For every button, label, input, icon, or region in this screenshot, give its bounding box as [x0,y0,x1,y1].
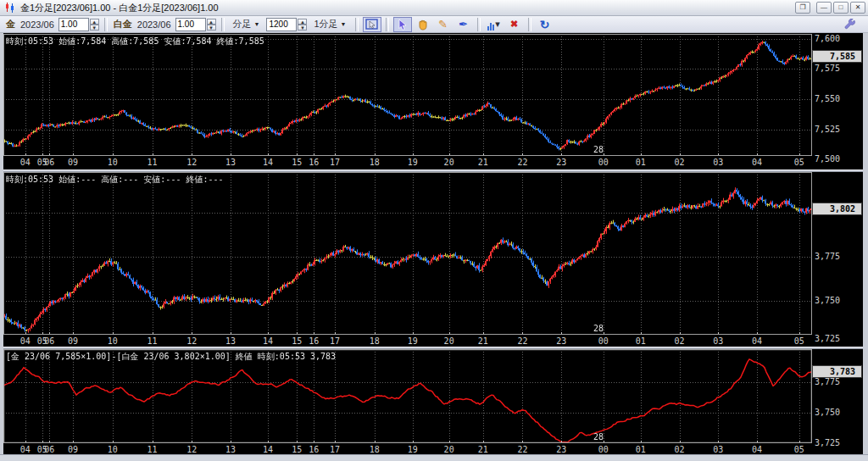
y-axis-label: 7,500 [815,154,840,164]
gold-scale-spin-buttons[interactable]: ▲▼ [90,19,99,31]
indicator-bars-button[interactable]: ▾ [485,17,504,32]
time-axis-label: 12 [181,336,202,346]
app-candlestick-icon [4,3,16,13]
horizontal-scrollbar[interactable] [0,454,868,461]
indicator-bars-icon [487,20,495,29]
time-axis-label: 00 [593,336,614,346]
time-axis-label: 11 [142,158,163,167]
time-axis-label: 20 [439,445,459,454]
toolbar-separator [355,18,359,31]
time-axis-label: 05 [789,158,810,167]
bar-type-label: 分足 [233,18,252,31]
delete-drawings-icon: ✖ [510,19,518,30]
gold-time-axis: 0405060910111213141516171819202122230001… [3,157,812,169]
y-axis-label: 3,725 [815,438,840,447]
time-axis-label: 06 [39,445,59,454]
popout-window-button[interactable]: ❐ [795,2,810,14]
time-axis-label: 10 [103,336,123,346]
chart-info-button[interactable] [363,17,381,32]
y-axis-label: 3,750 [815,296,840,305]
toolbar-separator [528,18,531,31]
bar-count-value[interactable]: 1200 [266,18,297,31]
time-axis-label: 19 [403,158,423,167]
platinum-candles-canvas[interactable] [3,172,812,335]
settings-wrench-icon [844,19,856,31]
hand-pan-button[interactable] [414,17,432,32]
spin-down-icon[interactable]: ▼ [298,25,307,31]
refresh-button[interactable]: ↻ [536,17,554,32]
minimize-button[interactable]: — [816,2,832,14]
time-axis-label: 17 [325,445,345,454]
time-axis-label: 11 [142,336,163,346]
time-axis-label: 17 [325,336,345,346]
chevron-down-icon: ▼ [254,21,260,27]
platinum-contract-month: 2023/06 [137,19,171,30]
date-label: 28 [593,145,604,154]
spin-up-icon[interactable]: ▲ [207,19,216,25]
y-axis-label: 3,725 [815,334,840,343]
chart-info-icon [365,19,378,30]
time-axis-label: 21 [473,445,493,454]
platinum-last-price-box: 3,802 [812,203,862,215]
platinum-scale-value[interactable]: 1.00 [175,18,206,31]
spin-up-icon[interactable]: ▲ [298,19,307,25]
window-left-border [0,33,3,454]
title-bar[interactable]: 金1分足[2023/06]1.00 - 白金1分足[2023/06]1.00 ❐… [0,0,868,16]
window-title: 金1分足[2023/06]1.00 - 白金1分足[2023/06]1.00 [20,2,219,14]
select-cursor-icon [397,19,408,31]
spin-up-icon[interactable]: ▲ [90,19,99,25]
chevron-down-icon: ▼ [341,21,347,27]
time-axis-label: 13 [220,336,241,346]
platinum-scale-spinner[interactable]: 1.00 ▲▼ [175,18,216,31]
close-button[interactable]: ✕ [850,2,865,14]
time-axis-label: 20 [439,336,459,346]
date-label: 28 [593,324,604,333]
bar-count-spin-buttons[interactable]: ▲▼ [298,19,307,31]
pencil-draw-button[interactable]: ✎ [434,17,453,32]
time-axis-label: 06 [39,336,59,346]
time-axis-label: 14 [258,336,278,346]
gold-candles-canvas[interactable] [3,34,812,156]
time-axis-label: 21 [473,336,493,346]
time-axis-label: 13 [220,158,241,167]
select-cursor-button[interactable] [393,17,412,32]
time-axis-label: 23 [551,158,571,167]
gold-scale-spinner[interactable]: 1.00 ▲▼ [58,18,99,31]
interval-dropdown[interactable]: 1分足 ▼ [311,17,348,31]
interval-label: 1分足 [314,18,337,31]
settings-wrench-button[interactable] [841,17,860,32]
pen-draw-button[interactable]: ✒ [454,17,473,32]
maximize-button[interactable]: □ [833,2,849,14]
toolbar-separator [221,18,225,31]
bar-type-dropdown[interactable]: 分足 ▼ [231,17,263,31]
time-axis-label: 04 [747,158,767,167]
y-axis-label: 3,775 [815,377,840,386]
time-axis-label: 17 [325,158,345,167]
time-axis-label: 23 [551,445,571,454]
time-axis-label: 00 [593,158,614,167]
time-axis-label: 05 [789,445,810,454]
toolbar-separator [104,18,108,31]
spin-down-icon[interactable]: ▼ [207,25,216,31]
time-axis-label: 01 [631,445,651,454]
y-axis-label: 3,775 [815,252,840,261]
gold-chart-panel: 時刻:05:53 始値:7,584 高値:7,585 安値:7,584 終値:7… [0,34,868,169]
spread-line-canvas[interactable] [3,349,812,443]
delete-drawings-button[interactable]: ✖ [505,17,524,32]
y-axis-label: 7,575 [815,64,840,73]
time-axis-label: 19 [403,336,423,346]
gold-contract-month: 2023/06 [20,19,54,30]
gold-scale-value[interactable]: 1.00 [58,18,89,31]
time-axis-label: 20 [439,158,459,167]
time-axis-label: 10 [103,158,123,167]
platinum-chart-panel: 時刻:05:53 始値:--- 高値:--- 安値:--- 終値:--- 3,7… [0,172,868,348]
toolbar-separator [386,18,389,31]
bar-count-spinner[interactable]: 1200 ▲▼ [266,18,307,31]
window-right-border [863,33,868,454]
time-axis-label: 05 [789,336,810,346]
time-axis-label: 16 [303,158,324,167]
time-axis-label: 11 [142,445,163,454]
time-axis-label: 22 [512,336,532,346]
platinum-scale-spin-buttons[interactable]: ▲▼ [207,19,216,31]
spin-down-icon[interactable]: ▼ [90,25,99,31]
